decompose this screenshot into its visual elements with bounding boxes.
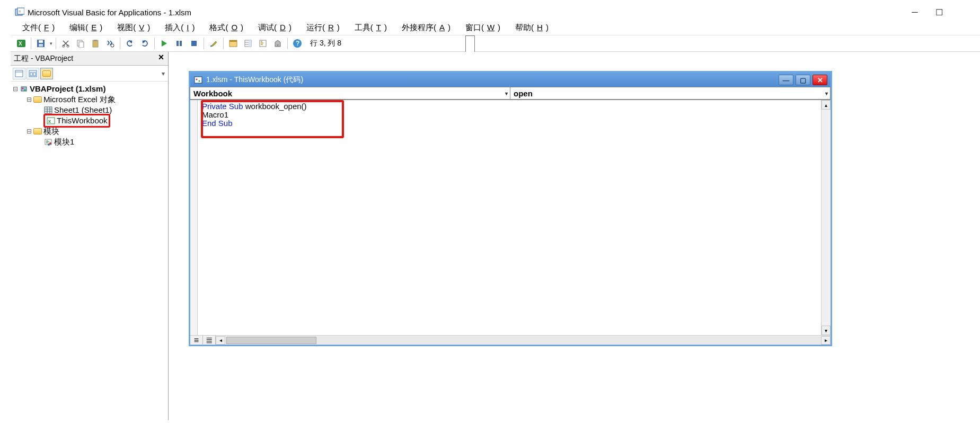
svg-rect-24 [249,40,251,47]
code-window-title-bar[interactable]: 1.xlsm - ThisWorkbook (代码) — ▢ ✕ [190,73,831,87]
menu-run[interactable]: 运行(R) [300,22,346,34]
svg-rect-7 [39,44,43,47]
svg-rect-36 [45,107,52,113]
scroll-up-icon[interactable]: ▴ [822,100,831,110]
module-icon [43,138,53,146]
code-window-close[interactable]: ✕ [813,75,827,85]
procedure-view-button[interactable]: ≡ [190,336,203,345]
undo-button[interactable] [123,37,137,50]
run-button[interactable] [157,37,171,50]
svg-point-35 [24,89,26,91]
project-toolbar-overflow[interactable]: ▾ [162,70,165,77]
redo-button[interactable] [138,37,152,50]
menu-edit[interactable]: 编辑(E) [63,22,109,34]
svg-text:x: x [48,119,51,124]
maximize-button[interactable]: ☐ [927,5,951,20]
find-button[interactable] [103,37,117,50]
project-explorer-close-icon[interactable]: × [156,53,166,62]
svg-text:?: ? [296,40,299,47]
procedure-combo[interactable]: open▾ [510,87,831,100]
help-button[interactable]: ? [290,37,304,50]
tree-excel-objects[interactable]: ⊟ Microsoft Excel 对象 [12,94,167,105]
cursor-position: 行 3, 列 8 [305,39,347,48]
save-button[interactable] [34,37,48,50]
toggle-folders-button[interactable] [40,68,53,79]
view-object-button[interactable] [27,68,39,79]
copy-button[interactable] [74,37,87,50]
scroll-left-icon[interactable]: ◂ [216,336,225,345]
svg-text:X: X [19,41,22,47]
svg-rect-18 [210,46,212,47]
svg-rect-25 [260,40,266,47]
svg-point-48 [199,80,200,82]
paste-button[interactable] [89,37,102,50]
svg-point-34 [22,88,24,89]
full-module-view-button[interactable]: ≣ [203,336,216,345]
code-editor[interactable]: Private Sub workbook_open() Macro1 End S… [190,100,831,335]
svg-rect-15 [176,41,179,46]
workbook-icon: x [46,116,56,125]
cut-button[interactable] [59,37,73,50]
close-button[interactable] [951,5,976,20]
svg-rect-11 [79,42,84,48]
menu-tools[interactable]: 工具(T) [348,22,393,34]
title-bar: = Microsoft Visual Basic for Application… [11,4,980,20]
svg-point-14 [111,44,114,47]
separator [120,38,120,49]
svg-point-47 [196,79,198,80]
tree-modules[interactable]: ⊟ 模块 [12,126,167,137]
svg-rect-17 [191,41,197,46]
view-excel-button[interactable]: X [14,37,28,50]
tree-root[interactable]: ⊟ VBAProject (1.xlsm) [12,84,167,94]
folder-icon [33,127,42,136]
menu-file[interactable]: 文件(F) [16,22,61,34]
svg-rect-20 [229,40,237,42]
menu-bar: 文件(F) 编辑(E) 视图(V) 插入(I) 格式(O) 调试(D) 运行(R… [11,20,980,35]
menu-debug[interactable]: 调试(D) [252,22,298,34]
reset-button[interactable] [187,37,201,50]
code-window-maximize[interactable]: ▢ [796,75,810,85]
horizontal-scrollbar[interactable]: ≡ ≣ ◂ ▸ [190,335,831,345]
separator [204,38,204,49]
menu-view[interactable]: 视图(V) [111,22,156,34]
svg-rect-16 [180,41,182,46]
object-combo[interactable]: Workbook▾ [190,87,510,100]
separator [154,38,155,49]
scroll-right-icon[interactable]: ▸ [821,336,831,345]
menu-window[interactable]: 窗口(W) [459,22,507,34]
menu-insert[interactable]: 插入(I) [158,22,201,34]
separator [287,38,288,49]
properties-button[interactable] [241,37,255,50]
code-text[interactable]: Private Sub workbook_open() Macro1 End S… [198,100,821,130]
tree-thisworkbook[interactable]: x ThisWorkbook [12,115,167,126]
save-dropdown[interactable]: ▾ [48,41,54,46]
svg-rect-33 [21,87,27,91]
app-title: Microsoft Visual Basic for Applications … [28,8,191,17]
h-scroll-thumb[interactable] [226,337,316,344]
break-button[interactable] [172,37,186,50]
menu-format[interactable]: 格式(O) [203,22,250,34]
minimize-button[interactable]: ─ [903,5,927,20]
project-explorer-button[interactable] [226,37,240,50]
scroll-down-icon[interactable]: ▾ [822,326,831,335]
menu-help[interactable]: 帮助(H) [509,22,555,34]
code-combos: Workbook▾ open▾ [190,87,831,100]
svg-point-45 [48,143,50,146]
project-explorer: 工程 - VBAProject × ▾ ⊟ VBAProject (1.xlsm… [11,52,169,420]
menu-addins[interactable]: 外接程序(A) [395,22,457,34]
sheet-icon [43,106,53,114]
view-code-button[interactable] [13,68,25,79]
project-tree[interactable]: ⊟ VBAProject (1.xlsm) ⊟ Microsoft Excel … [11,82,168,420]
code-window-minimize[interactable]: — [779,75,793,85]
design-mode-button[interactable] [207,37,220,50]
svg-rect-13 [94,40,97,41]
toolbox-button[interactable] [271,37,285,50]
object-browser-button[interactable] [256,37,270,50]
separator [223,38,224,49]
project-explorer-title: 工程 - VBAProject × [11,52,168,66]
folder-icon [33,95,42,104]
code-window: 1.xlsm - ThisWorkbook (代码) — ▢ ✕ Workboo… [189,71,832,346]
vertical-scrollbar[interactable]: ▴ ▾ [821,100,831,335]
tree-module1[interactable]: 模块1 [12,137,167,147]
toolbar: X ▾ ? 行 3, 列 8 [11,35,980,52]
